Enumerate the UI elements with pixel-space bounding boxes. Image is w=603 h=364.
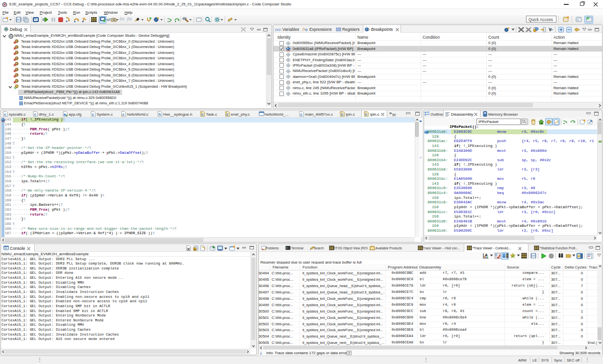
- svg-text:A: A: [485, 253, 488, 257]
- svg-text:i: i: [260, 351, 262, 355]
- svg-text:c: c: [34, 112, 37, 117]
- svg-text:c: c: [301, 112, 303, 117]
- svg-text:(x)=: (x)=: [275, 27, 281, 31]
- svg-text:h: h: [159, 112, 161, 117]
- svg-text:c: c: [226, 112, 229, 117]
- svg-text:c: c: [341, 112, 344, 117]
- svg-text:c: c: [4, 112, 7, 117]
- svg-text:c: c: [92, 112, 95, 117]
- svg-text:fx: fx: [302, 27, 305, 31]
- svg-text:c: c: [123, 112, 125, 117]
- svg-text:c: c: [365, 112, 368, 117]
- svg-text:c: c: [201, 112, 204, 117]
